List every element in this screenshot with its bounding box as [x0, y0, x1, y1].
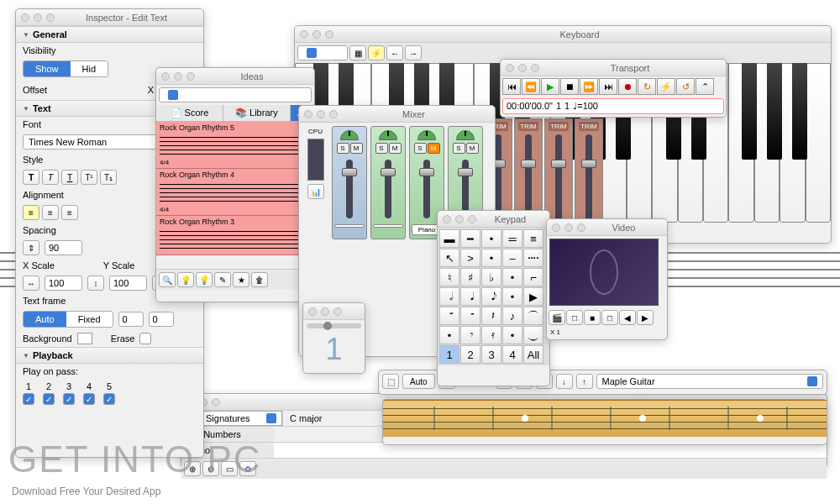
keypad-tab[interactable]: All [523, 345, 543, 364]
keypad-key[interactable]: • [439, 326, 459, 344]
meter-icon[interactable]: 📊 [307, 184, 324, 199]
bold-icon[interactable]: T [23, 170, 39, 185]
keypad-key[interactable]: ▬ [439, 229, 459, 248]
super-icon[interactable]: T¹ [81, 170, 97, 185]
align-center-icon[interactable]: ≡ [42, 205, 59, 220]
frame-toggle[interactable]: Auto Fixed [23, 311, 113, 328]
align-right-icon[interactable]: ≡ [61, 205, 78, 220]
keypad-tab[interactable]: 2 [460, 345, 480, 364]
forward-end-icon[interactable]: ⏭ [599, 78, 617, 95]
mixer-channel[interactable]: SM [370, 126, 406, 239]
keypad-titlebar[interactable]: Keypad [438, 211, 549, 228]
pass-4-check[interactable] [83, 393, 95, 405]
keypad-key[interactable]: 𝄽 [481, 307, 501, 325]
pass-5-check[interactable] [103, 393, 115, 405]
nav-auto-button[interactable]: Auto [402, 374, 435, 389]
settings-icon[interactable]: ✿ [239, 461, 256, 476]
keypad-key[interactable]: ═ [502, 229, 522, 248]
keypad-key[interactable]: 𝄻 [439, 307, 459, 325]
mixer-titlebar[interactable]: Mixer [299, 106, 495, 123]
star-icon[interactable]: ★ [233, 272, 249, 287]
keypad-key[interactable]: ▶ [523, 287, 543, 306]
library-tab[interactable]: 📚 Library [223, 105, 291, 121]
keypad-key[interactable]: ⌐ [523, 268, 543, 286]
keypad-key[interactable]: 𝄼 [460, 307, 480, 325]
align-left-icon[interactable]: ≡ [23, 205, 39, 220]
keypad-key[interactable]: ♪ [502, 307, 522, 325]
mute-button[interactable]: M [428, 143, 440, 154]
bulb2-icon[interactable]: 💡 [196, 272, 213, 287]
keypad-key[interactable]: ⏝ [523, 326, 543, 344]
mixer-channel[interactable]: SM [332, 126, 367, 239]
frame-icon[interactable]: □ [566, 310, 583, 325]
keypad-tab[interactable]: 3 [481, 345, 501, 364]
loop-icon[interactable]: ↻ [638, 78, 656, 95]
nav-select[interactable]: ⬚ [382, 374, 399, 389]
instrument-select[interactable]: Maple Guitar [596, 374, 823, 389]
nav-up-icon[interactable]: ↑ [576, 374, 593, 389]
transport-titlebar[interactable]: Transport [501, 60, 726, 76]
nav-down-icon[interactable]: ↓ [556, 374, 573, 389]
click-icon[interactable]: ⚡ [657, 78, 675, 95]
edit-icon[interactable]: ✎ [214, 272, 231, 287]
keypad-key[interactable]: ♮ [439, 268, 459, 286]
keypad-key[interactable]: ♭ [481, 268, 501, 286]
bulb-icon[interactable]: 💡 [177, 272, 194, 287]
keypad-key[interactable]: • [481, 249, 501, 267]
clapboard-icon[interactable]: 🎬 [549, 310, 565, 325]
keypad-key[interactable]: 𝄿 [481, 326, 501, 344]
keyboard-titlebar[interactable]: Keyboard [295, 26, 831, 43]
next-icon[interactable]: → [405, 45, 422, 60]
keypad-key[interactable]: ⏜ [523, 307, 543, 325]
record-icon[interactable]: ⏺ [618, 78, 637, 95]
yscale-input[interactable] [109, 276, 147, 291]
frame-prev-icon[interactable]: ◀ [619, 310, 636, 325]
video-titlebar[interactable]: Video [547, 219, 667, 236]
keypad-key[interactable]: 𝅘𝅥𝅮 [481, 287, 501, 306]
ideas-filter-select[interactable] [159, 87, 312, 102]
keypad-key[interactable]: ≡ [523, 229, 543, 248]
sub-icon[interactable]: T₁ [100, 170, 117, 185]
playback-header[interactable]: Playback [16, 347, 203, 364]
idea-item[interactable]: Rock Organ Rhythm 4 4/4 [156, 169, 314, 216]
tempo-icon[interactable]: ⌃ [696, 78, 714, 95]
solo-button[interactable]: S [414, 143, 427, 154]
keypad-key[interactable]: • [502, 268, 522, 286]
frame-next-icon[interactable]: ▶ [637, 310, 654, 325]
frame-h-input[interactable] [149, 312, 174, 327]
keypad-tab[interactable]: 4 [502, 345, 522, 364]
hide-button[interactable]: Hid [71, 61, 108, 76]
keypad-key[interactable]: – [502, 249, 522, 267]
prev-icon[interactable]: ← [386, 45, 403, 60]
counter-titlebar[interactable] [303, 303, 365, 320]
inspector-titlebar[interactable]: Inspector - Edit Text [16, 9, 203, 26]
show-button[interactable]: Show [24, 61, 71, 76]
timeline-tool-icon[interactable]: ▭ [221, 461, 238, 476]
erase-checkbox[interactable] [139, 333, 151, 344]
search-icon[interactable]: 🔍 [159, 272, 176, 287]
ideas-titlebar[interactable]: Ideas [156, 68, 314, 85]
metronome-icon[interactable]: ↺ [676, 78, 695, 95]
trim-channel[interactable]: TRIM [575, 118, 603, 234]
xscale-input[interactable] [45, 276, 82, 291]
pass-1-check[interactable] [23, 393, 34, 405]
keypad-key[interactable]: 𝅗𝅥 [439, 287, 459, 306]
frame-w-input[interactable] [118, 312, 144, 327]
spacing-input[interactable] [45, 240, 82, 255]
grid-icon[interactable]: ▦ [349, 45, 366, 60]
stop-icon[interactable]: ⏹ [560, 78, 579, 95]
idea-item[interactable]: Rock Organ Rhythm 3 [156, 216, 314, 255]
keypad-key[interactable]: ━ [460, 229, 480, 248]
keypad-key[interactable]: 𝅘𝅥 [460, 287, 480, 306]
fretboard[interactable] [383, 400, 827, 437]
keypad-key[interactable]: ᠁ [523, 249, 543, 267]
snap-icon[interactable]: ⚡ [368, 45, 385, 60]
keypad-key[interactable]: 𝄾 [460, 326, 480, 344]
keypad-key[interactable]: • [502, 287, 522, 306]
keyboard-select[interactable] [297, 45, 348, 60]
rewind-icon[interactable]: ⏪ [522, 78, 540, 95]
pass-2-check[interactable] [43, 393, 55, 405]
solo-button[interactable]: S [337, 143, 349, 154]
keypad-tab[interactable]: 1 [439, 345, 459, 364]
general-header[interactable]: General [16, 26, 203, 43]
